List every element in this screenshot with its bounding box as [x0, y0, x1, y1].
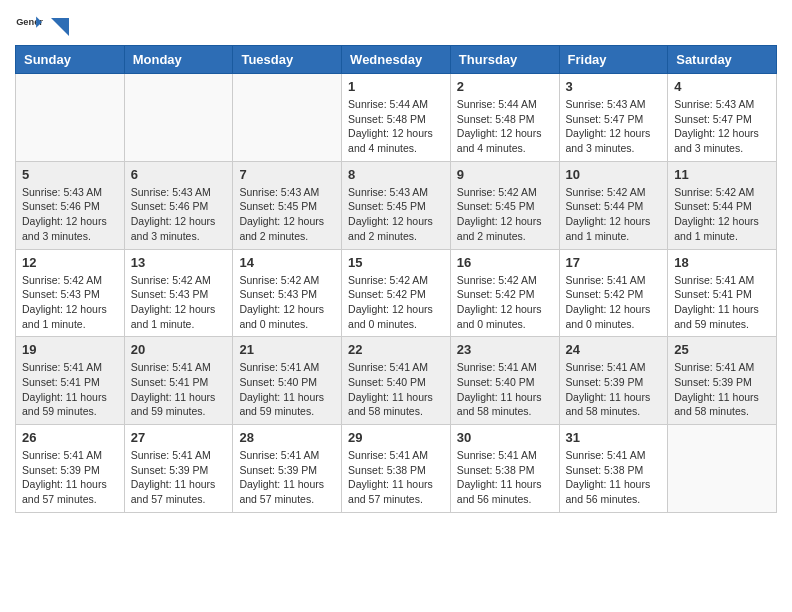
- day-of-week-header: Saturday: [668, 46, 777, 74]
- calendar-week-row: 1Sunrise: 5:44 AMSunset: 5:48 PMDaylight…: [16, 74, 777, 162]
- calendar-day-cell: 11Sunrise: 5:42 AMSunset: 5:44 PMDayligh…: [668, 161, 777, 249]
- calendar-day-cell: 23Sunrise: 5:41 AMSunset: 5:40 PMDayligh…: [450, 337, 559, 425]
- day-info: Sunrise: 5:41 AMSunset: 5:39 PMDaylight:…: [674, 360, 770, 419]
- calendar-day-cell: 29Sunrise: 5:41 AMSunset: 5:38 PMDayligh…: [342, 425, 451, 513]
- calendar-day-cell: 25Sunrise: 5:41 AMSunset: 5:39 PMDayligh…: [668, 337, 777, 425]
- calendar-day-cell: 4Sunrise: 5:43 AMSunset: 5:47 PMDaylight…: [668, 74, 777, 162]
- calendar-day-cell: 31Sunrise: 5:41 AMSunset: 5:38 PMDayligh…: [559, 425, 668, 513]
- day-info: Sunrise: 5:44 AMSunset: 5:48 PMDaylight:…: [348, 97, 444, 156]
- day-info: Sunrise: 5:43 AMSunset: 5:47 PMDaylight:…: [566, 97, 662, 156]
- day-number: 8: [348, 167, 444, 182]
- day-number: 17: [566, 255, 662, 270]
- day-number: 21: [239, 342, 335, 357]
- day-number: 20: [131, 342, 227, 357]
- day-number: 29: [348, 430, 444, 445]
- calendar-day-cell: 27Sunrise: 5:41 AMSunset: 5:39 PMDayligh…: [124, 425, 233, 513]
- day-info: Sunrise: 5:43 AMSunset: 5:46 PMDaylight:…: [22, 185, 118, 244]
- day-info: Sunrise: 5:42 AMSunset: 5:43 PMDaylight:…: [239, 273, 335, 332]
- day-number: 19: [22, 342, 118, 357]
- day-info: Sunrise: 5:41 AMSunset: 5:38 PMDaylight:…: [457, 448, 553, 507]
- day-number: 18: [674, 255, 770, 270]
- day-number: 12: [22, 255, 118, 270]
- calendar-day-cell: 26Sunrise: 5:41 AMSunset: 5:39 PMDayligh…: [16, 425, 125, 513]
- calendar-week-row: 26Sunrise: 5:41 AMSunset: 5:39 PMDayligh…: [16, 425, 777, 513]
- calendar-day-cell: 20Sunrise: 5:41 AMSunset: 5:41 PMDayligh…: [124, 337, 233, 425]
- day-info: Sunrise: 5:41 AMSunset: 5:39 PMDaylight:…: [566, 360, 662, 419]
- day-number: 15: [348, 255, 444, 270]
- calendar-week-row: 5Sunrise: 5:43 AMSunset: 5:46 PMDaylight…: [16, 161, 777, 249]
- calendar-day-cell: 3Sunrise: 5:43 AMSunset: 5:47 PMDaylight…: [559, 74, 668, 162]
- day-number: 28: [239, 430, 335, 445]
- day-of-week-header: Wednesday: [342, 46, 451, 74]
- calendar-day-cell: 2Sunrise: 5:44 AMSunset: 5:48 PMDaylight…: [450, 74, 559, 162]
- calendar-day-cell: 1Sunrise: 5:44 AMSunset: 5:48 PMDaylight…: [342, 74, 451, 162]
- calendar-day-cell: 18Sunrise: 5:41 AMSunset: 5:41 PMDayligh…: [668, 249, 777, 337]
- day-number: 27: [131, 430, 227, 445]
- day-info: Sunrise: 5:41 AMSunset: 5:41 PMDaylight:…: [22, 360, 118, 419]
- day-info: Sunrise: 5:43 AMSunset: 5:46 PMDaylight:…: [131, 185, 227, 244]
- day-number: 10: [566, 167, 662, 182]
- day-number: 9: [457, 167, 553, 182]
- calendar-day-cell: 8Sunrise: 5:43 AMSunset: 5:45 PMDaylight…: [342, 161, 451, 249]
- day-number: 25: [674, 342, 770, 357]
- day-info: Sunrise: 5:41 AMSunset: 5:40 PMDaylight:…: [457, 360, 553, 419]
- calendar-day-cell: 16Sunrise: 5:42 AMSunset: 5:42 PMDayligh…: [450, 249, 559, 337]
- calendar-day-cell: 24Sunrise: 5:41 AMSunset: 5:39 PMDayligh…: [559, 337, 668, 425]
- day-info: Sunrise: 5:41 AMSunset: 5:39 PMDaylight:…: [131, 448, 227, 507]
- calendar-week-row: 12Sunrise: 5:42 AMSunset: 5:43 PMDayligh…: [16, 249, 777, 337]
- day-number: 26: [22, 430, 118, 445]
- day-of-week-header: Thursday: [450, 46, 559, 74]
- day-number: 5: [22, 167, 118, 182]
- day-info: Sunrise: 5:42 AMSunset: 5:44 PMDaylight:…: [566, 185, 662, 244]
- calendar-week-row: 19Sunrise: 5:41 AMSunset: 5:41 PMDayligh…: [16, 337, 777, 425]
- logo: General: [15, 15, 69, 35]
- day-info: Sunrise: 5:41 AMSunset: 5:40 PMDaylight:…: [239, 360, 335, 419]
- day-info: Sunrise: 5:42 AMSunset: 5:43 PMDaylight:…: [131, 273, 227, 332]
- calendar-day-cell: 5Sunrise: 5:43 AMSunset: 5:46 PMDaylight…: [16, 161, 125, 249]
- svg-marker-1: [51, 18, 69, 36]
- calendar-day-cell: [124, 74, 233, 162]
- day-info: Sunrise: 5:41 AMSunset: 5:38 PMDaylight:…: [348, 448, 444, 507]
- day-info: Sunrise: 5:43 AMSunset: 5:45 PMDaylight:…: [348, 185, 444, 244]
- day-info: Sunrise: 5:41 AMSunset: 5:41 PMDaylight:…: [131, 360, 227, 419]
- calendar-day-cell: 9Sunrise: 5:42 AMSunset: 5:45 PMDaylight…: [450, 161, 559, 249]
- day-of-week-header: Tuesday: [233, 46, 342, 74]
- calendar-day-cell: [16, 74, 125, 162]
- day-number: 3: [566, 79, 662, 94]
- calendar-day-cell: 15Sunrise: 5:42 AMSunset: 5:42 PMDayligh…: [342, 249, 451, 337]
- day-number: 7: [239, 167, 335, 182]
- calendar-day-cell: 13Sunrise: 5:42 AMSunset: 5:43 PMDayligh…: [124, 249, 233, 337]
- day-number: 16: [457, 255, 553, 270]
- logo-triangle-icon: [47, 18, 69, 36]
- day-number: 13: [131, 255, 227, 270]
- day-info: Sunrise: 5:42 AMSunset: 5:43 PMDaylight:…: [22, 273, 118, 332]
- day-number: 1: [348, 79, 444, 94]
- day-number: 23: [457, 342, 553, 357]
- calendar-day-cell: 12Sunrise: 5:42 AMSunset: 5:43 PMDayligh…: [16, 249, 125, 337]
- day-info: Sunrise: 5:42 AMSunset: 5:42 PMDaylight:…: [348, 273, 444, 332]
- day-info: Sunrise: 5:42 AMSunset: 5:44 PMDaylight:…: [674, 185, 770, 244]
- day-info: Sunrise: 5:44 AMSunset: 5:48 PMDaylight:…: [457, 97, 553, 156]
- calendar-day-cell: 22Sunrise: 5:41 AMSunset: 5:40 PMDayligh…: [342, 337, 451, 425]
- day-info: Sunrise: 5:43 AMSunset: 5:47 PMDaylight:…: [674, 97, 770, 156]
- day-number: 22: [348, 342, 444, 357]
- calendar-day-cell: 10Sunrise: 5:42 AMSunset: 5:44 PMDayligh…: [559, 161, 668, 249]
- day-info: Sunrise: 5:41 AMSunset: 5:40 PMDaylight:…: [348, 360, 444, 419]
- day-info: Sunrise: 5:41 AMSunset: 5:41 PMDaylight:…: [674, 273, 770, 332]
- header: General: [15, 15, 777, 35]
- day-number: 24: [566, 342, 662, 357]
- calendar-day-cell: 28Sunrise: 5:41 AMSunset: 5:39 PMDayligh…: [233, 425, 342, 513]
- calendar-day-cell: 30Sunrise: 5:41 AMSunset: 5:38 PMDayligh…: [450, 425, 559, 513]
- calendar-day-cell: 17Sunrise: 5:41 AMSunset: 5:42 PMDayligh…: [559, 249, 668, 337]
- calendar-day-cell: [668, 425, 777, 513]
- calendar-day-cell: [233, 74, 342, 162]
- day-number: 4: [674, 79, 770, 94]
- day-info: Sunrise: 5:43 AMSunset: 5:45 PMDaylight:…: [239, 185, 335, 244]
- day-number: 6: [131, 167, 227, 182]
- day-info: Sunrise: 5:41 AMSunset: 5:42 PMDaylight:…: [566, 273, 662, 332]
- day-info: Sunrise: 5:41 AMSunset: 5:39 PMDaylight:…: [22, 448, 118, 507]
- day-info: Sunrise: 5:42 AMSunset: 5:45 PMDaylight:…: [457, 185, 553, 244]
- day-of-week-header: Friday: [559, 46, 668, 74]
- day-number: 2: [457, 79, 553, 94]
- day-number: 14: [239, 255, 335, 270]
